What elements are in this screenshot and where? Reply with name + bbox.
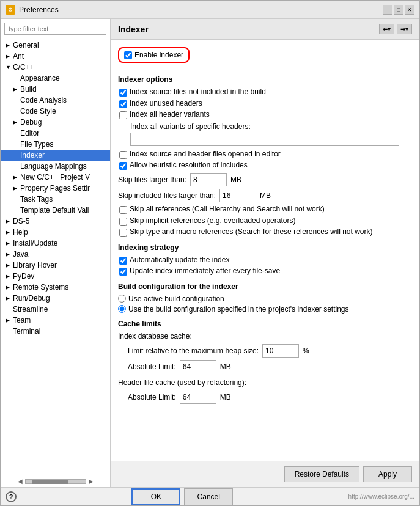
help-icon[interactable]: ? xyxy=(6,491,17,502)
limit-relative-label: Limit relative to the maximum heap size: xyxy=(128,346,259,355)
radio-use-project-input[interactable] xyxy=(118,305,126,313)
option-index-unused-checkbox[interactable] xyxy=(119,100,127,108)
footer-bar: ? OK Cancel http://www.eclipse.org/... xyxy=(1,487,419,505)
apply-button[interactable]: Apply xyxy=(363,466,412,482)
indexing-strategy-label: Indexing strategy xyxy=(118,243,412,252)
skip-larger-input[interactable] xyxy=(190,173,227,186)
absolute-limit1-field: Absolute Limit: MB xyxy=(128,360,412,373)
arrow-icon: ▶ xyxy=(6,42,12,48)
forward-button[interactable]: ➡▾ xyxy=(397,24,412,34)
option-index-all-variants-label: Index all header variants xyxy=(130,110,210,120)
sidebar-item-indexer[interactable]: Indexer xyxy=(1,150,110,161)
option-index-source-checkbox[interactable] xyxy=(119,89,127,97)
sidebar-item-label: Team xyxy=(13,316,31,324)
sidebar-item-code-analysis[interactable]: Code Analysis xyxy=(1,95,110,106)
sidebar-item-build[interactable]: ▶ Build xyxy=(1,84,110,95)
option-skip-type-macro-label: Skip type and macro references (Search f… xyxy=(130,227,373,237)
sidebar-item-task-tags[interactable]: Task Tags xyxy=(1,194,110,205)
cancel-button[interactable]: Cancel xyxy=(184,488,233,505)
minimize-button[interactable]: ─ xyxy=(383,5,392,15)
option-skip-implicit-checkbox[interactable] xyxy=(119,218,127,226)
skip-larger-field: Skip files larger than: MB xyxy=(118,173,412,186)
sidebar-item-library-hover[interactable]: ▶ Library Hover xyxy=(1,260,110,271)
sidebar-bottom: ◀ ▶ xyxy=(1,475,110,487)
absolute-limit2-label: Absolute Limit: xyxy=(128,393,176,402)
strategy-update-save-checkbox[interactable] xyxy=(119,268,127,276)
filter-input[interactable] xyxy=(4,23,106,35)
specific-headers-block: Index all variants of specific headers: xyxy=(130,122,412,146)
sidebar-item-label: Java xyxy=(13,250,28,258)
sidebar-item-terminal[interactable]: Terminal xyxy=(1,326,110,337)
sidebar-item-appearance[interactable]: Appearance xyxy=(1,73,110,84)
option-index-source-editor-checkbox[interactable] xyxy=(119,151,127,159)
enable-indexer-checkbox[interactable] xyxy=(124,51,132,59)
skip-included-unit: MB xyxy=(260,191,271,200)
footer-link: http://www.eclipse.org/... xyxy=(348,493,414,500)
sidebar-item-debug[interactable]: ▶ Debug xyxy=(1,117,110,128)
skip-included-field: Skip included files larger than: MB xyxy=(118,189,412,202)
sidebar-item-label: PyDev xyxy=(13,272,34,280)
build-config-label: Build configuration for the indexer xyxy=(118,282,412,291)
title-bar: ⚙ Preferences ─ □ ✕ xyxy=(1,1,419,19)
option-skip-type-macro-checkbox[interactable] xyxy=(119,229,127,237)
option-allow-heuristic-checkbox[interactable] xyxy=(119,162,127,170)
back-button[interactable]: ⬅▾ xyxy=(379,24,394,34)
strategy-update-save-label: Update index immediately after every fil… xyxy=(130,266,280,276)
sidebar-item-language-mappings[interactable]: Language Mappings xyxy=(1,161,110,172)
strategy-auto-update-label: Automatically update the index xyxy=(130,255,229,265)
sidebar-item-label: Appearance xyxy=(20,74,60,82)
option-skip-type-macro: Skip type and macro references (Search f… xyxy=(118,227,412,237)
limit-relative-input[interactable] xyxy=(262,344,299,358)
sidebar-item-java[interactable]: ▶ Java xyxy=(1,249,110,260)
header-cache-label: Header file cache (used by refactoring): xyxy=(118,378,412,387)
sidebar-item-run-debug[interactable]: ▶ Run/Debug xyxy=(1,293,110,304)
absolute-limit1-unit: MB xyxy=(220,362,231,371)
option-index-source-label: Index source files not included in the b… xyxy=(130,87,266,97)
specific-headers-input[interactable] xyxy=(130,133,399,146)
sidebar-item-ant[interactable]: ▶ Ant xyxy=(1,51,110,62)
panel-title: Indexer xyxy=(118,24,149,34)
sidebar-item-install-update[interactable]: ▶ Install/Update xyxy=(1,238,110,249)
sidebar-item-editor[interactable]: Editor xyxy=(1,128,110,139)
close-button[interactable]: ✕ xyxy=(405,5,414,15)
maximize-button[interactable]: □ xyxy=(394,5,403,15)
absolute-limit1-input[interactable] xyxy=(180,360,216,373)
absolute-limit2-input[interactable] xyxy=(180,391,216,404)
option-skip-all-refs: Skip all references (Call Hierarchy and … xyxy=(118,205,412,215)
sidebar-item-template-default[interactable]: Template Default Vali xyxy=(1,205,110,216)
sidebar-item-cpp[interactable]: ▼ C/C++ xyxy=(1,62,110,73)
sidebar-item-remote-systems[interactable]: ▶ Remote Systems xyxy=(1,282,110,293)
sidebar-item-ds5[interactable]: ▶ DS-5 xyxy=(1,216,110,227)
sidebar-item-label: New C/C++ Project V xyxy=(20,173,90,182)
option-index-all-variants-checkbox[interactable] xyxy=(119,111,127,119)
sidebar-item-file-types[interactable]: File Types xyxy=(1,139,110,150)
option-index-source-editor-label: Index source and header files opened in … xyxy=(130,150,281,160)
radio-use-project: Use the build configuration specified in… xyxy=(118,305,412,314)
skip-larger-label: Skip files larger than: xyxy=(118,175,186,184)
scroll-right-icon[interactable]: ▶ xyxy=(89,478,94,485)
sidebar-item-label: Help xyxy=(13,228,28,237)
sidebar-item-general[interactable]: ▶ General xyxy=(1,40,110,51)
sidebar-item-team[interactable]: ▶ Team xyxy=(1,315,110,326)
ok-button[interactable]: OK xyxy=(131,488,180,505)
sidebar-item-label: Library Hover xyxy=(13,261,57,270)
sidebar-item-code-style[interactable]: Code Style xyxy=(1,106,110,117)
arrow-icon: ▶ xyxy=(6,240,12,246)
option-skip-all-refs-checkbox[interactable] xyxy=(119,206,127,214)
sidebar-item-streamline[interactable]: Streamline xyxy=(1,304,110,315)
skip-included-input[interactable] xyxy=(219,189,256,202)
strategy-auto-update-checkbox[interactable] xyxy=(119,257,127,265)
sidebar-item-help[interactable]: ▶ Help xyxy=(1,227,110,238)
sidebar-item-pydev[interactable]: ▶ PyDev xyxy=(1,271,110,282)
scroll-left-icon[interactable]: ◀ xyxy=(18,478,23,485)
sidebar-item-label: File Types xyxy=(20,140,53,148)
enable-indexer-label[interactable]: Enable indexer xyxy=(134,51,183,59)
restore-defaults-button[interactable]: Restore Defaults xyxy=(284,466,359,482)
sidebar-item-new-cpp[interactable]: ▶ New C/C++ Project V xyxy=(1,172,110,183)
radio-use-active-input[interactable] xyxy=(118,295,126,302)
sidebar-item-property-pages[interactable]: ▶ Property Pages Settir xyxy=(1,183,110,194)
limit-relative-field: Limit relative to the maximum heap size:… xyxy=(128,344,412,358)
arrow-icon: ▶ xyxy=(13,119,19,125)
sidebar-item-label: Install/Update xyxy=(13,239,57,248)
indexer-options-label: Indexer options xyxy=(118,75,412,84)
